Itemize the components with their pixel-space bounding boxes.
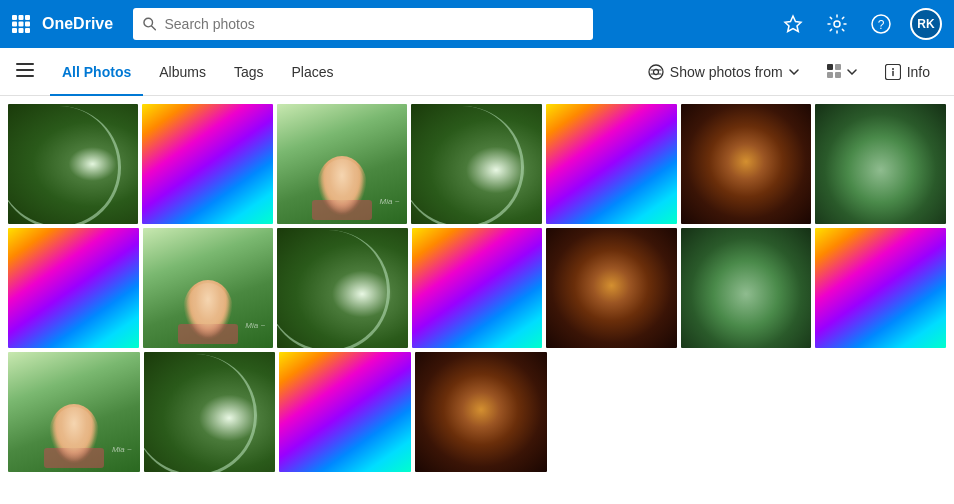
topbar-actions: ? RK — [778, 8, 942, 40]
photo-row-3: Mia ~ — [8, 352, 946, 472]
svg-rect-2 — [25, 15, 30, 20]
photo-item[interactable] — [8, 104, 138, 224]
svg-rect-25 — [835, 64, 841, 70]
photo-item[interactable] — [546, 104, 677, 224]
filter-icon — [648, 64, 664, 80]
info-icon — [885, 64, 901, 80]
svg-rect-16 — [16, 69, 34, 71]
svg-rect-24 — [827, 64, 833, 70]
nav-tabs: All Photos Albums Tags Places — [50, 48, 346, 96]
photo-row-1: Mia ~ — [8, 104, 946, 224]
photo-item[interactable] — [144, 352, 276, 472]
svg-rect-6 — [12, 28, 17, 33]
search-input[interactable] — [164, 16, 583, 32]
photo-item[interactable] — [815, 228, 946, 348]
settings-icon[interactable] — [822, 9, 852, 39]
subnav-right-actions: Show photos from Info — [640, 60, 938, 84]
photo-item[interactable] — [277, 228, 408, 348]
view-toggle-button[interactable] — [819, 60, 865, 84]
hamburger-icon[interactable] — [16, 61, 34, 82]
chevron-down-icon — [789, 69, 799, 75]
avatar[interactable]: RK — [910, 8, 942, 40]
svg-point-18 — [649, 65, 663, 79]
search-icon — [143, 17, 156, 31]
premium-icon[interactable] — [778, 9, 808, 39]
svg-rect-7 — [19, 28, 24, 33]
photo-item[interactable]: Mia ~ — [143, 228, 274, 348]
svg-rect-27 — [835, 72, 841, 78]
photo-item[interactable] — [412, 228, 543, 348]
svg-rect-4 — [19, 22, 24, 27]
svg-rect-3 — [12, 22, 17, 27]
photo-item[interactable] — [415, 352, 547, 472]
svg-marker-11 — [785, 16, 801, 32]
svg-rect-17 — [16, 75, 34, 77]
tab-albums[interactable]: Albums — [147, 48, 218, 96]
show-photos-button[interactable]: Show photos from — [640, 60, 807, 84]
help-icon[interactable]: ? — [866, 9, 896, 39]
photo-item[interactable] — [546, 228, 677, 348]
svg-line-10 — [152, 26, 156, 30]
topbar: OneDrive ? RK — [0, 0, 954, 48]
svg-point-12 — [834, 21, 840, 27]
photo-spacer — [551, 352, 946, 472]
photo-item[interactable] — [142, 104, 273, 224]
photo-item[interactable] — [815, 104, 946, 224]
chevron-down-icon-2 — [847, 69, 857, 75]
apps-icon[interactable] — [12, 15, 30, 33]
search-bar[interactable] — [133, 8, 593, 40]
svg-point-19 — [653, 69, 658, 74]
svg-rect-5 — [25, 22, 30, 27]
tab-places[interactable]: Places — [280, 48, 346, 96]
photo-item[interactable]: Mia ~ — [8, 352, 140, 472]
photo-item[interactable] — [681, 104, 812, 224]
tab-tags[interactable]: Tags — [222, 48, 276, 96]
photo-item[interactable]: Mia ~ — [277, 104, 408, 224]
svg-rect-0 — [12, 15, 17, 20]
photo-grid: Mia ~ Mia ~ Mia ~ — [0, 96, 954, 504]
photo-item[interactable] — [8, 228, 139, 348]
grid-view-icon — [827, 64, 843, 80]
svg-rect-1 — [19, 15, 24, 20]
photo-item[interactable] — [681, 228, 812, 348]
photo-row-2: Mia ~ — [8, 228, 946, 348]
svg-rect-26 — [827, 72, 833, 78]
svg-rect-15 — [16, 63, 34, 65]
svg-text:?: ? — [878, 18, 885, 32]
svg-rect-8 — [25, 28, 30, 33]
app-logo[interactable]: OneDrive — [42, 15, 113, 33]
tab-all-photos[interactable]: All Photos — [50, 48, 143, 96]
info-button[interactable]: Info — [877, 60, 938, 84]
subnav: All Photos Albums Tags Places Show photo… — [0, 48, 954, 96]
photo-item[interactable] — [279, 352, 411, 472]
photo-item[interactable] — [411, 104, 542, 224]
